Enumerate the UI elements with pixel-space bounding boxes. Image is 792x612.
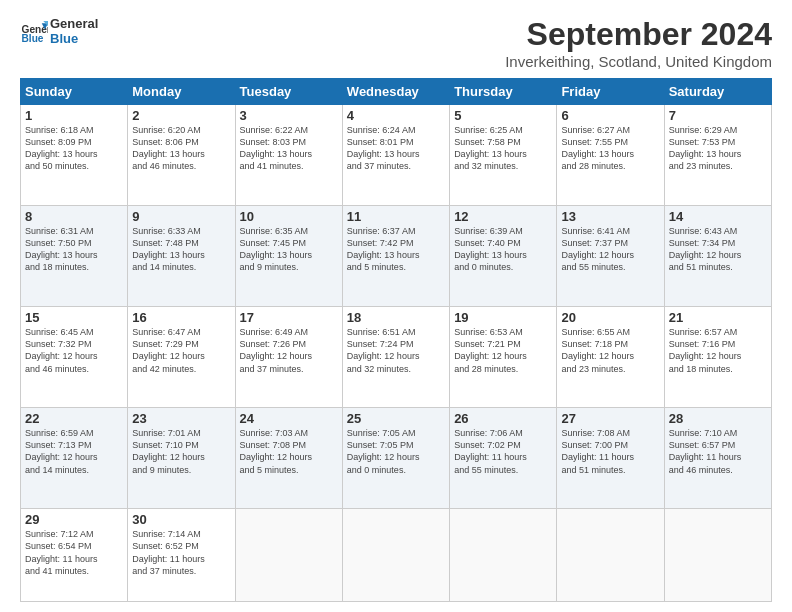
day-number: 6 — [561, 108, 659, 123]
day-number: 5 — [454, 108, 552, 123]
subtitle: Inverkeithing, Scotland, United Kingdom — [505, 53, 772, 70]
day-number: 27 — [561, 411, 659, 426]
logo-line1: General — [50, 16, 98, 31]
day-number: 8 — [25, 209, 123, 224]
svg-text:Blue: Blue — [22, 33, 44, 44]
calendar-cell — [664, 509, 771, 602]
calendar-cell: 29Sunrise: 7:12 AM Sunset: 6:54 PM Dayli… — [21, 509, 128, 602]
calendar-cell — [342, 509, 449, 602]
day-info: Sunrise: 7:01 AM Sunset: 7:10 PM Dayligh… — [132, 427, 230, 476]
day-number: 17 — [240, 310, 338, 325]
day-number: 21 — [669, 310, 767, 325]
calendar-cell: 14Sunrise: 6:43 AM Sunset: 7:34 PM Dayli… — [664, 206, 771, 307]
calendar-header-row: SundayMondayTuesdayWednesdayThursdayFrid… — [21, 79, 772, 105]
day-number: 14 — [669, 209, 767, 224]
day-info: Sunrise: 6:25 AM Sunset: 7:58 PM Dayligh… — [454, 124, 552, 173]
day-number: 20 — [561, 310, 659, 325]
page: General Blue General Blue September 2024… — [0, 0, 792, 612]
calendar-cell: 28Sunrise: 7:10 AM Sunset: 6:57 PM Dayli… — [664, 408, 771, 509]
calendar-cell: 8Sunrise: 6:31 AM Sunset: 7:50 PM Daylig… — [21, 206, 128, 307]
day-info: Sunrise: 6:41 AM Sunset: 7:37 PM Dayligh… — [561, 225, 659, 274]
day-info: Sunrise: 7:10 AM Sunset: 6:57 PM Dayligh… — [669, 427, 767, 476]
calendar-cell: 11Sunrise: 6:37 AM Sunset: 7:42 PM Dayli… — [342, 206, 449, 307]
day-number: 18 — [347, 310, 445, 325]
calendar-cell: 15Sunrise: 6:45 AM Sunset: 7:32 PM Dayli… — [21, 307, 128, 408]
day-info: Sunrise: 6:31 AM Sunset: 7:50 PM Dayligh… — [25, 225, 123, 274]
day-info: Sunrise: 7:05 AM Sunset: 7:05 PM Dayligh… — [347, 427, 445, 476]
day-number: 19 — [454, 310, 552, 325]
calendar-cell: 6Sunrise: 6:27 AM Sunset: 7:55 PM Daylig… — [557, 105, 664, 206]
day-info: Sunrise: 6:49 AM Sunset: 7:26 PM Dayligh… — [240, 326, 338, 375]
weekday-header-wednesday: Wednesday — [342, 79, 449, 105]
day-number: 10 — [240, 209, 338, 224]
main-title: September 2024 — [505, 16, 772, 53]
day-info: Sunrise: 6:53 AM Sunset: 7:21 PM Dayligh… — [454, 326, 552, 375]
day-info: Sunrise: 6:51 AM Sunset: 7:24 PM Dayligh… — [347, 326, 445, 375]
calendar-table: SundayMondayTuesdayWednesdayThursdayFrid… — [20, 78, 772, 602]
day-info: Sunrise: 6:22 AM Sunset: 8:03 PM Dayligh… — [240, 124, 338, 173]
day-number: 12 — [454, 209, 552, 224]
day-info: Sunrise: 7:12 AM Sunset: 6:54 PM Dayligh… — [25, 528, 123, 577]
header: General Blue General Blue September 2024… — [20, 16, 772, 70]
day-info: Sunrise: 6:20 AM Sunset: 8:06 PM Dayligh… — [132, 124, 230, 173]
day-info: Sunrise: 6:27 AM Sunset: 7:55 PM Dayligh… — [561, 124, 659, 173]
calendar-cell: 2Sunrise: 6:20 AM Sunset: 8:06 PM Daylig… — [128, 105, 235, 206]
calendar-cell: 30Sunrise: 7:14 AM Sunset: 6:52 PM Dayli… — [128, 509, 235, 602]
day-info: Sunrise: 6:33 AM Sunset: 7:48 PM Dayligh… — [132, 225, 230, 274]
day-number: 24 — [240, 411, 338, 426]
calendar-cell: 18Sunrise: 6:51 AM Sunset: 7:24 PM Dayli… — [342, 307, 449, 408]
day-number: 7 — [669, 108, 767, 123]
logo: General Blue General Blue — [20, 16, 98, 46]
day-number: 22 — [25, 411, 123, 426]
day-number: 30 — [132, 512, 230, 527]
calendar-cell: 4Sunrise: 6:24 AM Sunset: 8:01 PM Daylig… — [342, 105, 449, 206]
day-info: Sunrise: 6:55 AM Sunset: 7:18 PM Dayligh… — [561, 326, 659, 375]
day-number: 16 — [132, 310, 230, 325]
day-info: Sunrise: 6:45 AM Sunset: 7:32 PM Dayligh… — [25, 326, 123, 375]
day-info: Sunrise: 6:39 AM Sunset: 7:40 PM Dayligh… — [454, 225, 552, 274]
day-info: Sunrise: 6:18 AM Sunset: 8:09 PM Dayligh… — [25, 124, 123, 173]
calendar-cell: 23Sunrise: 7:01 AM Sunset: 7:10 PM Dayli… — [128, 408, 235, 509]
weekday-header-friday: Friday — [557, 79, 664, 105]
title-block: September 2024 Inverkeithing, Scotland, … — [505, 16, 772, 70]
day-info: Sunrise: 7:08 AM Sunset: 7:00 PM Dayligh… — [561, 427, 659, 476]
day-info: Sunrise: 6:47 AM Sunset: 7:29 PM Dayligh… — [132, 326, 230, 375]
calendar-cell — [235, 509, 342, 602]
calendar-cell: 26Sunrise: 7:06 AM Sunset: 7:02 PM Dayli… — [450, 408, 557, 509]
calendar-cell: 22Sunrise: 6:59 AM Sunset: 7:13 PM Dayli… — [21, 408, 128, 509]
weekday-header-monday: Monday — [128, 79, 235, 105]
calendar-cell: 1Sunrise: 6:18 AM Sunset: 8:09 PM Daylig… — [21, 105, 128, 206]
weekday-header-thursday: Thursday — [450, 79, 557, 105]
day-number: 28 — [669, 411, 767, 426]
day-info: Sunrise: 7:06 AM Sunset: 7:02 PM Dayligh… — [454, 427, 552, 476]
calendar-cell: 3Sunrise: 6:22 AM Sunset: 8:03 PM Daylig… — [235, 105, 342, 206]
calendar-cell: 5Sunrise: 6:25 AM Sunset: 7:58 PM Daylig… — [450, 105, 557, 206]
day-number: 26 — [454, 411, 552, 426]
day-number: 11 — [347, 209, 445, 224]
day-info: Sunrise: 7:03 AM Sunset: 7:08 PM Dayligh… — [240, 427, 338, 476]
day-info: Sunrise: 6:24 AM Sunset: 8:01 PM Dayligh… — [347, 124, 445, 173]
day-number: 2 — [132, 108, 230, 123]
day-number: 9 — [132, 209, 230, 224]
calendar-cell: 20Sunrise: 6:55 AM Sunset: 7:18 PM Dayli… — [557, 307, 664, 408]
day-info: Sunrise: 6:43 AM Sunset: 7:34 PM Dayligh… — [669, 225, 767, 274]
day-number: 13 — [561, 209, 659, 224]
day-number: 3 — [240, 108, 338, 123]
logo-line2: Blue — [50, 31, 98, 46]
day-info: Sunrise: 6:59 AM Sunset: 7:13 PM Dayligh… — [25, 427, 123, 476]
weekday-header-saturday: Saturday — [664, 79, 771, 105]
day-info: Sunrise: 6:57 AM Sunset: 7:16 PM Dayligh… — [669, 326, 767, 375]
day-number: 1 — [25, 108, 123, 123]
calendar-cell: 9Sunrise: 6:33 AM Sunset: 7:48 PM Daylig… — [128, 206, 235, 307]
day-number: 4 — [347, 108, 445, 123]
day-info: Sunrise: 6:35 AM Sunset: 7:45 PM Dayligh… — [240, 225, 338, 274]
calendar-cell — [557, 509, 664, 602]
calendar-cell: 17Sunrise: 6:49 AM Sunset: 7:26 PM Dayli… — [235, 307, 342, 408]
day-info: Sunrise: 6:37 AM Sunset: 7:42 PM Dayligh… — [347, 225, 445, 274]
day-number: 25 — [347, 411, 445, 426]
logo-icon: General Blue — [20, 17, 48, 45]
calendar-cell: 16Sunrise: 6:47 AM Sunset: 7:29 PM Dayli… — [128, 307, 235, 408]
calendar-cell: 10Sunrise: 6:35 AM Sunset: 7:45 PM Dayli… — [235, 206, 342, 307]
calendar-cell: 27Sunrise: 7:08 AM Sunset: 7:00 PM Dayli… — [557, 408, 664, 509]
calendar-cell — [450, 509, 557, 602]
